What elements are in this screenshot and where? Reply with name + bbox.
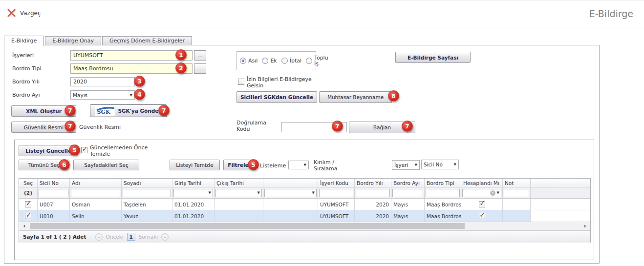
pagination-bar: Sayfa 1 of 1 ( 2 ) Adet ◄ Önceki 1 Sonra… [19, 230, 590, 243]
sicilleri-sgkdan-guncelle-button[interactable]: Sicilleri SGKdan Güncelle [236, 91, 317, 103]
cell-sicil-no: U007 [38, 199, 70, 210]
radio-toplu-is[interactable]: Toplu İş [306, 55, 325, 67]
annotation-badge-7-baglan: 7 [402, 121, 413, 132]
check-icon: ✓ [82, 145, 87, 153]
row-select-checkbox[interactable]: ✓ [25, 213, 31, 219]
table-row[interactable]: ✓ U010 Selin Yavuz 01.01.2020 UYUMSOFT 2… [19, 210, 590, 222]
col-header-not[interactable]: Not [503, 179, 531, 187]
radio-ek[interactable]: Ek [262, 58, 277, 64]
chevron-down-icon: ▼ [454, 163, 456, 166]
filter-soyadi-input[interactable] [123, 189, 171, 197]
scroll-right-icon[interactable]: › [580, 222, 589, 230]
chevron-down-icon: ▼ [497, 191, 499, 195]
cell-giris-tarihi: 01.01.2020 [172, 199, 215, 210]
annotation-badge-6: 6 [59, 159, 70, 170]
filter-isyeri-kodu-input[interactable] [319, 189, 353, 197]
col-header-sicil-no[interactable]: Sicil No [38, 179, 70, 187]
next-page-button[interactable]: Sonraki [139, 234, 158, 240]
annotation-badge-7-xml: 7 [64, 105, 76, 116]
chevron-down-icon: ▼ [130, 93, 132, 97]
cell-soyadi: Yavuz [122, 210, 172, 222]
cell-bordro-ayi: Mayıs [391, 199, 425, 210]
col-header-isyeri-kodu[interactable]: İşyeri Kodu [318, 179, 355, 187]
radio-selected-icon [240, 58, 246, 64]
pager-next-icon[interactable]: ► [161, 233, 169, 241]
tab-ebildirge[interactable]: E-Bildirge [4, 36, 44, 46]
sgkya-gonder-button[interactable]: SGK SGK'ya Gönder [90, 104, 167, 117]
dogrulama-kodu-label: Doğrulama Kodu [236, 120, 276, 132]
list-panel: Listeyi Güncelle 5 ✓ Güncellemeden Önce … [14, 140, 594, 260]
guncellemeden-once-temizle-label: Güncellemeden Önce Temizle [90, 144, 157, 157]
cell-adi: Selin [70, 210, 122, 222]
bordro-tipi-lookup-button[interactable]: … [194, 63, 206, 74]
filter-bordro-yili-input[interactable] [356, 189, 390, 197]
filter-cikis-tarihi-select[interactable]: ▼ [215, 189, 262, 197]
filter-sicil-no-input[interactable] [39, 189, 68, 197]
clear-filter-icon[interactable]: ✕ [490, 190, 495, 196]
col-header-sec[interactable]: Seç [19, 179, 38, 187]
radio-asil[interactable]: Asıl [240, 58, 258, 64]
top-bar: Vazgeç E-Bildirge [0, 0, 644, 27]
cell-adi: Osman [70, 199, 122, 210]
cell-cikis-tarihi [215, 199, 263, 210]
filter-not-input[interactable] [504, 189, 529, 197]
scrollbar-thumb[interactable] [30, 223, 465, 229]
filter-hesaplandi-select[interactable]: ✕ ▼ [462, 189, 501, 197]
isyerleri-lookup-button[interactable]: … [194, 50, 206, 61]
main-panel: İşyerleri Bordro Tipi Bordro Yılı Bordro… [4, 45, 600, 264]
sayfadakileri-sec-button[interactable]: Sayfadakileri Seç [73, 160, 139, 170]
col-header-filler [531, 179, 590, 187]
guncellemeden-once-temizle-checkbox[interactable]: ✓ [81, 147, 87, 153]
filter-giris-tarihi-select[interactable]: ▼ [173, 189, 213, 197]
selected-count: (2) [19, 187, 38, 198]
bordro-tipi-input[interactable] [70, 63, 193, 74]
siralama-sicilno-select[interactable]: Sicil No ▼ [421, 160, 459, 169]
hesaplandi-checkbox: ✓ [479, 201, 485, 207]
bordro-ayi-select[interactable]: Mayıs ▼ [70, 90, 135, 100]
muhtasar-beyanname-button[interactable]: Muhtasar Beyanname [319, 91, 392, 103]
grid-filter-row: (2) ▼ ▼ ▼ [19, 187, 590, 199]
sgk-logo-icon: SGK [95, 106, 115, 116]
cancel-button[interactable]: Vazgeç [6, 8, 41, 18]
cell-bordro-ayi: Mayıs [391, 210, 425, 222]
row-select-checkbox[interactable]: ✓ [25, 201, 31, 207]
check-icon: ✓ [480, 211, 485, 219]
current-page-button[interactable]: 1 [127, 233, 135, 241]
izin-bilgileri-checkbox[interactable] [238, 79, 244, 85]
table-row[interactable]: ✓ U007 Osman Taşdelen 01.01.2020 UYUMSOF… [19, 199, 590, 210]
annotation-badge-1: 1 [175, 49, 187, 61]
col-header-soyadi[interactable]: Soyadı [122, 179, 172, 187]
filter-bordro-ayi-input[interactable] [392, 189, 423, 197]
ebildirge-sayfasi-button[interactable]: E-Bildirge Sayfası [395, 52, 471, 63]
bordro-yili-input[interactable] [70, 77, 135, 86]
cell-not [503, 199, 531, 210]
isyerleri-input[interactable] [70, 50, 193, 61]
filter-bordro-tipi-input[interactable] [426, 189, 460, 197]
tab-ebildirge-onay[interactable]: E-Bildirge Onay [45, 36, 101, 45]
col-header-adi[interactable]: Adı [70, 179, 122, 187]
col-header-giris-tarihi[interactable]: Giriş Tarihi [172, 179, 215, 187]
cell-giris-tarihi: 01.01.2020 [172, 210, 215, 222]
isyerleri-label: İşyerleri [12, 52, 34, 59]
col-header-bordro-yili[interactable]: Bordro Yılı [355, 179, 391, 187]
check-icon: ✓ [26, 200, 31, 207]
cell-bordro-yili: 2020 [355, 210, 391, 222]
horizontal-scrollbar[interactable]: ‹ › [19, 222, 590, 230]
filter-spacer-select[interactable]: ▼ [264, 189, 317, 197]
pager-prev-icon[interactable]: ◄ [95, 233, 103, 241]
guvenlik-resmi-caption: Güvenlik Resmi [79, 124, 121, 130]
prev-page-button[interactable]: Önceki [106, 234, 124, 240]
listeleme-select[interactable]: ▼ [288, 161, 309, 169]
col-header-hesaplandi-mi[interactable]: Hesaplandı Mı [461, 179, 503, 187]
listeyi-temizle-button[interactable]: Listeyi Temizle [170, 160, 220, 170]
tab-gecmis-donem[interactable]: Geçmiş Dönem E-Bildirgeler [102, 36, 192, 45]
izin-bilgileri-label: İzin Bilgileri E-Bildirgeye Gelsin [247, 76, 329, 89]
radio-iptal[interactable]: İptal [281, 58, 301, 64]
filter-adi-input[interactable] [71, 189, 120, 197]
annotation-badge-5-guncelle: 5 [69, 144, 80, 156]
col-header-bordro-ayi[interactable]: Bordro Ayı [391, 179, 425, 187]
col-header-cikis-tarihi[interactable]: Çıkış Tarihi [215, 179, 263, 187]
scroll-left-icon[interactable]: ‹ [20, 222, 29, 230]
col-header-bordro-tipi[interactable]: Bordro Tipi [425, 179, 461, 187]
kirilim-isyeri-select[interactable]: İşyeri ▼ [392, 160, 420, 170]
